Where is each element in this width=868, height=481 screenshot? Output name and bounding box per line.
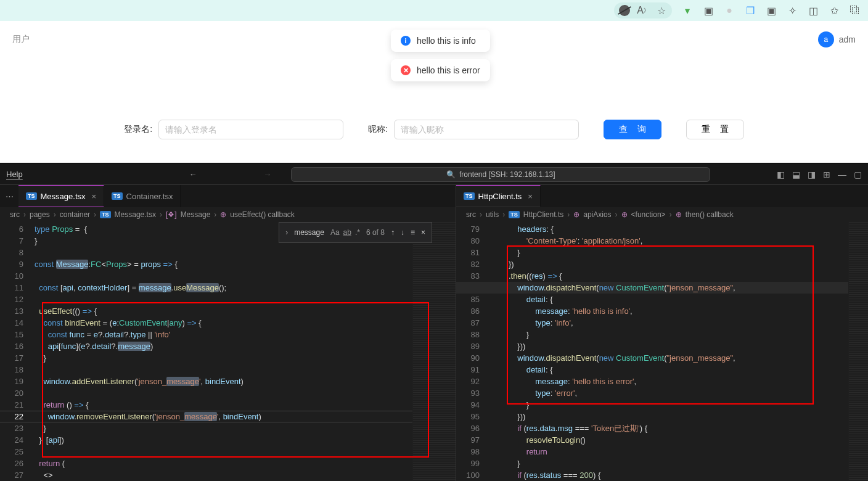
page-title: 用户: [12, 34, 30, 45]
layout-custom-icon[interactable]: ⊞: [823, 170, 830, 179]
circle-icon[interactable]: ●: [724, 5, 735, 16]
nav-fwd-icon[interactable]: →: [263, 170, 271, 179]
layout-right-icon[interactable]: ◨: [808, 170, 816, 179]
close-icon[interactable]: ×: [421, 228, 425, 237]
copy-icon[interactable]: ⿻: [850, 5, 861, 16]
breadcrumb-left[interactable]: src› pages› container› TSMessage.tsx› [❖…: [0, 207, 456, 222]
toast-stack: ihello this is info ✕hello this is error: [391, 30, 490, 81]
ts-icon: TS: [26, 192, 37, 200]
tab-label: Container.tsx: [126, 192, 173, 201]
close-icon[interactable]: ×: [528, 192, 533, 201]
editor-right[interactable]: 7980818283848586878889909192939495969798…: [456, 222, 868, 481]
toast-info: ihello this is info: [391, 30, 490, 52]
vscode-titlebar: Help ← → 🔍 frontend [SSH: 192.168.1.13] …: [0, 164, 868, 185]
more-icon[interactable]: ⋯: [0, 185, 18, 207]
query-button[interactable]: 查 询: [604, 120, 661, 139]
gutter-right: 7980818283848586878889909192939495969798…: [456, 222, 487, 481]
login-field: 登录名:: [124, 120, 343, 139]
mask-icon[interactable]: ▣: [703, 5, 714, 16]
menu-help[interactable]: Help: [6, 170, 23, 179]
tracking-off-icon[interactable]: [619, 5, 630, 16]
error-icon: ✕: [401, 65, 411, 75]
prev-match-icon[interactable]: ↑: [391, 228, 395, 237]
split-icon[interactable]: ◫: [808, 5, 819, 16]
code-right[interactable]: headers: { 'Content-Type': 'application/…: [487, 222, 848, 481]
nav-back-icon[interactable]: ←: [189, 170, 197, 179]
workspace-title: frontend [SSH: 192.168.1.13]: [459, 170, 555, 179]
regex-icon[interactable]: .*: [355, 228, 360, 237]
close-icon[interactable]: ×: [92, 192, 97, 201]
match-case-icon[interactable]: Aa: [330, 228, 340, 237]
ts-icon: TS: [100, 211, 111, 218]
minimap[interactable]: [848, 222, 868, 481]
nick-input[interactable]: [394, 120, 579, 139]
find-in-selection-icon[interactable]: ≡: [411, 228, 415, 237]
ts-icon: TS: [509, 211, 520, 218]
tab-label: Message.tsx: [41, 192, 86, 201]
browser-chrome: A》 ☆ ▾ ▣ ● ❒ ▣ ✧ ◫ ✩ ⿻: [0, 0, 868, 21]
ts-icon: TS: [112, 192, 123, 200]
reset-button[interactable]: 重 置: [686, 120, 744, 139]
layout-bottom-icon[interactable]: ⬓: [792, 170, 800, 179]
info-icon: i: [401, 36, 411, 46]
gutter-left: 6789101112131415161718192021222324252627: [0, 222, 31, 481]
square-icon[interactable]: ▣: [766, 5, 777, 16]
collections-icon[interactable]: ✩: [829, 5, 840, 16]
extensions-icon[interactable]: ✧: [787, 5, 798, 16]
nick-label: 昵称:: [368, 124, 388, 135]
find-widget[interactable]: › message Aaab.* 6 of 8 ↑ ↓ ≡ ×: [279, 222, 432, 243]
toast-error: ✕hello this is error: [391, 59, 490, 81]
cube-icon[interactable]: ❒: [745, 5, 756, 16]
toast-text: hello this is error: [417, 65, 480, 75]
tab-httpclient[interactable]: TSHttpClient.ts×: [456, 185, 541, 207]
whole-word-icon[interactable]: ab: [343, 228, 351, 237]
vscode-window: Help ← → 🔍 frontend [SSH: 192.168.1.13] …: [0, 163, 868, 481]
editor-left[interactable]: 6789101112131415161718192021222324252627…: [0, 222, 456, 481]
find-input[interactable]: message: [294, 228, 324, 237]
code-left[interactable]: type Props = { } const Message:FC<Props>…: [31, 222, 412, 481]
ts-icon: TS: [464, 192, 475, 200]
tab-label: HttpClient.ts: [478, 192, 522, 201]
chrome-toolbar-pill: A》 ☆: [614, 2, 672, 18]
login-input[interactable]: [158, 120, 343, 139]
favorite-icon[interactable]: ☆: [656, 5, 667, 16]
chevron-right-icon[interactable]: ›: [285, 228, 288, 237]
login-label: 登录名:: [124, 124, 152, 135]
toast-text: hello this is info: [417, 36, 476, 46]
editor-pane-left: ⋯ TSMessage.tsx× TSContainer.tsx src› pa…: [0, 185, 456, 481]
shield-icon[interactable]: ▾: [682, 5, 693, 16]
layout-left-icon[interactable]: ◧: [777, 170, 785, 179]
command-center[interactable]: 🔍 frontend [SSH: 192.168.1.13]: [291, 167, 710, 182]
next-match-icon[interactable]: ↓: [401, 228, 404, 237]
nick-field: 昵称:: [368, 120, 579, 139]
minimap[interactable]: [412, 222, 456, 481]
read-aloud-icon[interactable]: A》: [637, 5, 649, 16]
search-icon: 🔍: [446, 170, 456, 179]
maximize-icon[interactable]: ▢: [854, 170, 862, 179]
tabs-right: TSHttpClient.ts×: [456, 185, 868, 207]
breadcrumb-right[interactable]: src› utils› TSHttpClient.ts› ⊕apiAxios› …: [456, 207, 868, 222]
avatar[interactable]: a: [818, 31, 834, 47]
tab-message[interactable]: TSMessage.tsx×: [18, 185, 104, 207]
tab-container[interactable]: TSContainer.tsx: [104, 185, 181, 207]
minimize-icon[interactable]: —: [838, 170, 846, 179]
editor-pane-right: TSHttpClient.ts× src› utils› TSHttpClien…: [456, 185, 868, 481]
user-label: adm: [839, 35, 856, 44]
tabs-left: ⋯ TSMessage.tsx× TSContainer.tsx: [0, 185, 456, 207]
find-count: 6 of 8: [366, 228, 385, 237]
